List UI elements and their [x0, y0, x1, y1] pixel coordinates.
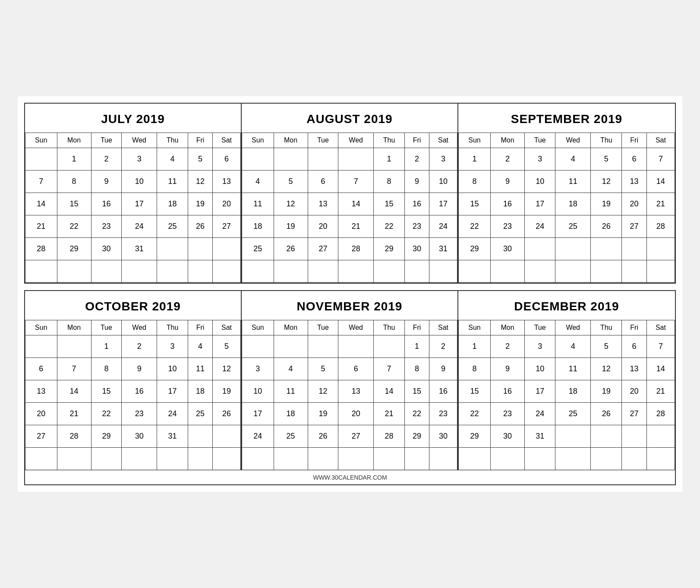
- calendar-day[interactable]: 2: [490, 148, 524, 171]
- calendar-day[interactable]: 3: [429, 148, 457, 171]
- calendar-day[interactable]: 17: [122, 193, 157, 215]
- calendar-day[interactable]: 13: [308, 193, 338, 215]
- calendar-day[interactable]: 1: [57, 148, 91, 171]
- calendar-day[interactable]: 4: [555, 148, 591, 171]
- calendar-day[interactable]: 22: [57, 215, 91, 238]
- calendar-day[interactable]: 5: [591, 335, 622, 358]
- calendar-day[interactable]: 21: [57, 403, 91, 425]
- calendar-day[interactable]: 28: [25, 238, 57, 260]
- calendar-day[interactable]: 30: [404, 238, 429, 260]
- calendar-day[interactable]: 19: [591, 380, 622, 403]
- calendar-day[interactable]: 25: [555, 215, 591, 238]
- calendar-day[interactable]: 15: [459, 193, 491, 215]
- calendar-day[interactable]: 24: [122, 215, 157, 238]
- calendar-day[interactable]: 20: [213, 193, 241, 215]
- calendar-day[interactable]: 13: [338, 380, 374, 403]
- calendar-day[interactable]: 19: [274, 215, 308, 238]
- calendar-day[interactable]: 18: [188, 380, 212, 403]
- calendar-day[interactable]: 29: [459, 238, 491, 260]
- calendar-day[interactable]: 17: [157, 380, 188, 403]
- calendar-day[interactable]: 18: [274, 403, 308, 425]
- calendar-day[interactable]: 5: [274, 171, 308, 193]
- calendar-day[interactable]: 27: [338, 425, 374, 448]
- calendar-day[interactable]: 2: [122, 335, 157, 358]
- calendar-day[interactable]: 19: [188, 193, 212, 215]
- calendar-day[interactable]: 7: [25, 171, 57, 193]
- calendar-day[interactable]: 22: [459, 215, 491, 238]
- calendar-day[interactable]: 16: [91, 193, 122, 215]
- calendar-day[interactable]: 10: [157, 358, 188, 380]
- calendar-day[interactable]: 30: [490, 238, 524, 260]
- calendar-day[interactable]: 15: [91, 380, 122, 403]
- calendar-day[interactable]: 8: [404, 358, 429, 380]
- calendar-day[interactable]: 6: [25, 358, 57, 380]
- calendar-day[interactable]: 12: [274, 193, 308, 215]
- calendar-day[interactable]: 11: [242, 193, 274, 215]
- calendar-day[interactable]: 27: [622, 403, 646, 425]
- calendar-day[interactable]: 21: [338, 215, 374, 238]
- calendar-day[interactable]: 24: [525, 215, 555, 238]
- calendar-day[interactable]: 20: [622, 380, 646, 403]
- calendar-day[interactable]: 13: [622, 358, 646, 380]
- calendar-day[interactable]: 17: [242, 403, 274, 425]
- calendar-day[interactable]: 29: [404, 425, 429, 448]
- calendar-day[interactable]: 5: [213, 335, 241, 358]
- calendar-day[interactable]: 28: [338, 238, 374, 260]
- calendar-day[interactable]: 26: [591, 403, 622, 425]
- calendar-day[interactable]: 13: [622, 171, 646, 193]
- calendar-day[interactable]: 20: [338, 403, 374, 425]
- calendar-day[interactable]: 31: [429, 238, 457, 260]
- calendar-day[interactable]: 14: [25, 193, 57, 215]
- calendar-day[interactable]: 3: [525, 335, 555, 358]
- calendar-day[interactable]: 18: [157, 193, 188, 215]
- calendar-day[interactable]: 29: [374, 238, 405, 260]
- calendar-day[interactable]: 15: [57, 193, 91, 215]
- calendar-day[interactable]: 6: [622, 148, 646, 171]
- calendar-day[interactable]: 3: [525, 148, 555, 171]
- calendar-day[interactable]: 14: [57, 380, 91, 403]
- calendar-day[interactable]: 20: [25, 403, 57, 425]
- calendar-day[interactable]: 9: [490, 171, 524, 193]
- calendar-day[interactable]: 5: [308, 358, 338, 380]
- calendar-day[interactable]: 16: [490, 193, 524, 215]
- calendar-day[interactable]: 29: [91, 425, 122, 448]
- calendar-day[interactable]: 23: [122, 403, 157, 425]
- calendar-day[interactable]: 29: [459, 425, 491, 448]
- calendar-day[interactable]: 23: [404, 215, 429, 238]
- calendar-day[interactable]: 26: [308, 425, 338, 448]
- calendar-day[interactable]: 21: [646, 380, 675, 403]
- calendar-day[interactable]: 4: [274, 358, 308, 380]
- calendar-day[interactable]: 26: [188, 215, 212, 238]
- calendar-day[interactable]: 26: [274, 238, 308, 260]
- calendar-day[interactable]: 9: [404, 171, 429, 193]
- calendar-day[interactable]: 1: [459, 335, 491, 358]
- calendar-day[interactable]: 17: [429, 193, 457, 215]
- calendar-day[interactable]: 7: [338, 171, 374, 193]
- calendar-day[interactable]: 15: [404, 380, 429, 403]
- calendar-day[interactable]: 10: [525, 358, 555, 380]
- calendar-day[interactable]: 3: [122, 148, 157, 171]
- calendar-day[interactable]: 9: [91, 171, 122, 193]
- calendar-day[interactable]: 27: [308, 238, 338, 260]
- calendar-day[interactable]: 27: [622, 215, 646, 238]
- calendar-day[interactable]: 19: [591, 193, 622, 215]
- calendar-day[interactable]: 26: [213, 403, 241, 425]
- calendar-day[interactable]: 25: [555, 403, 591, 425]
- calendar-day[interactable]: 24: [242, 425, 274, 448]
- calendar-day[interactable]: 30: [429, 425, 457, 448]
- calendar-day[interactable]: 8: [374, 171, 405, 193]
- calendar-day[interactable]: 18: [555, 193, 591, 215]
- calendar-day[interactable]: 14: [374, 380, 405, 403]
- calendar-day[interactable]: 28: [646, 215, 675, 238]
- calendar-day[interactable]: 23: [490, 215, 524, 238]
- calendar-day[interactable]: 8: [459, 358, 491, 380]
- calendar-day[interactable]: 1: [91, 335, 122, 358]
- calendar-day[interactable]: 6: [338, 358, 374, 380]
- calendar-day[interactable]: 11: [555, 358, 591, 380]
- calendar-day[interactable]: 28: [646, 403, 675, 425]
- calendar-day[interactable]: 30: [490, 425, 524, 448]
- calendar-day[interactable]: 31: [525, 425, 555, 448]
- calendar-day[interactable]: 4: [188, 335, 212, 358]
- calendar-day[interactable]: 16: [429, 380, 457, 403]
- calendar-day[interactable]: 27: [25, 425, 57, 448]
